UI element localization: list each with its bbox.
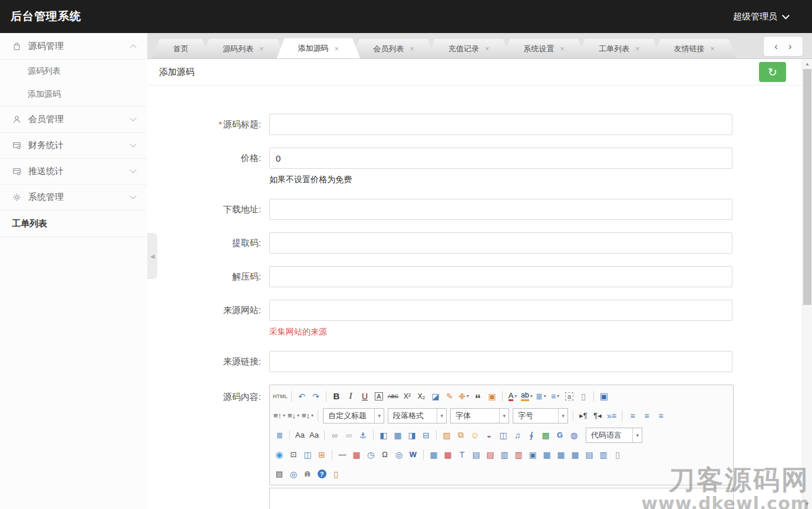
- paragraph-spacing-bottom-icon[interactable]: ≡↓ ▾: [287, 408, 300, 423]
- template-icon[interactable]: ⊞: [315, 447, 328, 462]
- format-painter-icon[interactable]: ✎: [443, 389, 456, 403]
- eraser-icon[interactable]: ◪: [429, 389, 442, 403]
- vertical-scrollbar[interactable]: ▲ ▼: [802, 59, 812, 509]
- music-icon[interactable]: ♫: [511, 428, 524, 442]
- split-cells-icon[interactable]: ▦: [569, 447, 582, 462]
- time-icon[interactable]: ◷: [364, 447, 377, 462]
- sidebar-item-finance-stats[interactable]: 财务统计: [0, 132, 147, 158]
- auto-format-icon[interactable]: »≡: [605, 408, 618, 423]
- tab-close-icon[interactable]: ×: [485, 45, 490, 52]
- source-title-input[interactable]: [269, 114, 732, 135]
- font-border-icon[interactable]: A: [372, 389, 385, 403]
- tab-close-icon[interactable]: ×: [711, 45, 715, 52]
- tab-member-list[interactable]: 会员列表 ×: [352, 39, 435, 58]
- redo-icon[interactable]: ↷: [309, 389, 322, 403]
- anchor-icon[interactable]: ⚓: [357, 428, 369, 442]
- scrollbar-thumb[interactable]: [803, 69, 811, 305]
- align-center-icon[interactable]: ≡: [640, 408, 653, 423]
- underline-icon[interactable]: U: [358, 389, 371, 403]
- tab-system-settings[interactable]: 系统设置 ×: [502, 39, 586, 58]
- columns-icon[interactable]: ◫: [301, 447, 314, 462]
- sidebar-item-member-mgmt[interactable]: 会员管理: [0, 106, 147, 132]
- split-rows-icon[interactable]: ▤: [583, 447, 596, 462]
- horizontal-rule-icon[interactable]: —: [336, 447, 349, 462]
- sidebar-item-add-source[interactable]: 添加源码: [0, 83, 147, 106]
- split-cols-icon[interactable]: ▥: [597, 447, 610, 462]
- gmap-icon[interactable]: G: [553, 428, 566, 442]
- code-language-select[interactable]: 代码语言 ▾: [586, 428, 642, 443]
- font-family-select[interactable]: 字体 ▾: [450, 408, 509, 423]
- insert-row-icon[interactable]: ▤: [470, 447, 483, 462]
- subscript-icon[interactable]: X₂: [415, 389, 428, 403]
- sidebar-item-source-mgmt[interactable]: 源码管理: [0, 33, 147, 59]
- unlink-icon[interactable]: ∞: [342, 428, 355, 442]
- align-right-icon[interactable]: ≡: [654, 408, 667, 423]
- italic-icon[interactable]: I: [344, 389, 357, 403]
- paste-plain-icon[interactable]: ▣: [486, 389, 499, 403]
- custom-title-select[interactable]: 自定义标题 ▾: [323, 408, 384, 423]
- table-title-icon[interactable]: T: [455, 447, 468, 462]
- sidebar-item-source-list[interactable]: 源码列表: [0, 59, 147, 83]
- image-manager-icon[interactable]: ⧉: [454, 428, 467, 442]
- undo-icon[interactable]: ↶: [295, 389, 308, 403]
- source-site-input[interactable]: [269, 300, 732, 321]
- paragraph-format-select[interactable]: 段落格式 ▾: [388, 408, 447, 423]
- price-input[interactable]: [269, 147, 732, 169]
- paragraph-spacing-top-icon[interactable]: ≡↑ ▾: [273, 408, 286, 423]
- image-block-icon[interactable]: ⊟: [420, 428, 433, 442]
- emotion-icon[interactable]: ☺: [468, 428, 481, 442]
- tab-recharge-records[interactable]: 充值记录 ×: [427, 39, 511, 58]
- extract-code-input[interactable]: [269, 232, 732, 254]
- tab-work-orders[interactable]: 工单列表 ×: [577, 39, 661, 58]
- find-replace-icon[interactable]: ⋒: [301, 467, 314, 481]
- tab-close-icon[interactable]: ×: [410, 45, 414, 52]
- merge-cells-icon[interactable]: ▣: [526, 447, 539, 462]
- page-break-icon[interactable]: ▯: [611, 447, 624, 462]
- scroll-down-icon[interactable]: ▼: [803, 501, 812, 507]
- tab-home[interactable]: 首页: [152, 39, 210, 58]
- preview-icon[interactable]: ◎: [287, 467, 300, 481]
- map-icon[interactable]: ▩: [539, 428, 552, 442]
- tab-scroll-right-icon[interactable]: ›: [788, 41, 792, 52]
- special-char-icon[interactable]: Ω: [378, 447, 391, 462]
- image-float-left-icon[interactable]: ◧: [377, 428, 390, 442]
- to-lowercase-icon[interactable]: Aa: [308, 428, 321, 442]
- tab-close-icon[interactable]: ×: [335, 45, 339, 52]
- ordered-list-icon[interactable]: ≣ ▾: [534, 389, 547, 403]
- tab-source-list[interactable]: 源码列表 ×: [202, 39, 285, 58]
- merge-down-icon[interactable]: ▦: [554, 447, 567, 462]
- image-float-right-icon[interactable]: ◨: [405, 428, 418, 442]
- insert-frame-icon[interactable]: ◍: [567, 428, 580, 442]
- help-icon[interactable]: ?: [315, 467, 328, 481]
- tab-close-icon[interactable]: ×: [635, 45, 640, 52]
- refresh-button[interactable]: ↻: [759, 62, 786, 82]
- sidebar-item-push-stats[interactable]: 推送统计: [0, 158, 147, 184]
- image-inline-icon[interactable]: ▦: [391, 428, 404, 442]
- cd-disc-icon[interactable]: ◉: [273, 447, 286, 462]
- highlight-color-icon[interactable]: ab ▾: [520, 389, 533, 403]
- tab-add-source[interactable]: 添加源码 ×: [277, 38, 361, 58]
- delete-table-icon[interactable]: ▦: [441, 447, 454, 462]
- video-icon[interactable]: ◫: [497, 428, 510, 442]
- delete-col-icon[interactable]: ▥: [512, 447, 525, 462]
- indent-icon[interactable]: ▸¶: [577, 408, 590, 423]
- attachment-icon[interactable]: ∮: [525, 428, 538, 442]
- word-image-icon[interactable]: W: [407, 447, 420, 462]
- sidebar-collapse-handle[interactable]: ◀: [147, 233, 157, 279]
- blank-doc-icon[interactable]: ▯: [577, 389, 590, 403]
- doc-search-icon[interactable]: ◎: [392, 447, 405, 462]
- scrawl-icon[interactable]: ◒: [483, 428, 496, 442]
- font-color-icon[interactable]: A ▾: [506, 389, 519, 403]
- tab-close-icon[interactable]: ×: [560, 45, 565, 52]
- font-size-select[interactable]: 字号 ▾: [513, 408, 568, 423]
- delete-row-icon[interactable]: ▤: [484, 447, 497, 462]
- inline-code-icon[interactable]: a: [563, 389, 576, 403]
- tab-scroll-left-icon[interactable]: ‹: [774, 41, 778, 52]
- tab-close-icon[interactable]: ×: [259, 45, 264, 52]
- merge-right-icon[interactable]: ▦: [540, 447, 553, 462]
- scroll-up-icon[interactable]: ▲: [803, 61, 812, 67]
- strikethrough-icon[interactable]: ABC: [387, 389, 400, 403]
- html-source-button[interactable]: HTML: [273, 389, 288, 403]
- print-icon[interactable]: ▤: [273, 467, 286, 481]
- download-url-input[interactable]: [269, 199, 732, 220]
